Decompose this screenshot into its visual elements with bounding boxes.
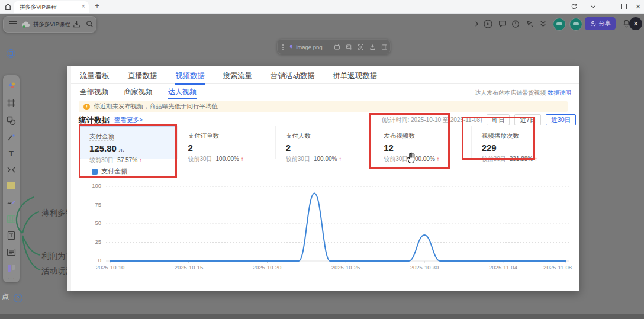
annotation-rect-payment — [79, 124, 177, 178]
shapes-tool-icon[interactable] — [7, 116, 16, 125]
annotation-rect-plays — [462, 117, 535, 160]
list-tool-icon[interactable] — [7, 247, 16, 257]
x-tick: 2025-10-30 — [398, 264, 451, 271]
drag-handle-icon[interactable] — [282, 44, 285, 50]
subtab-influencer-videos[interactable]: 达人视频 — [168, 86, 197, 99]
media-sticker-icon[interactable] — [7, 80, 16, 90]
help-icon[interactable]: ? — [14, 294, 22, 302]
y-tick: 75 — [83, 201, 101, 208]
tab-traffic-board[interactable]: 流量看板 — [80, 69, 110, 83]
payment-line-chart — [67, 66, 579, 291]
tab-marketing-data[interactable]: 营销活动数据 — [271, 69, 315, 83]
notice-bar: ! 你近期未发布视频，商品曝光低于同行平均值 — [79, 101, 568, 112]
refresh-icon[interactable] — [568, 1, 580, 12]
analytics-panel: 流量看板 直播数据 视频数据 搜索流量 营销活动数据 拼单返现数据 全部视频 商… — [67, 66, 579, 291]
tab-video-data[interactable]: 视频数据 — [175, 69, 205, 85]
person-icon — [590, 21, 597, 27]
text-tool-icon[interactable]: T — [7, 149, 16, 159]
card-paid-orders[interactable]: 支付订单数 2 较前30日100.00% ↑ — [177, 126, 275, 159]
kanban-tool-icon[interactable] — [7, 263, 16, 273]
document-tool-icon[interactable] — [7, 231, 16, 240]
panel-left-rail — [67, 66, 71, 291]
double-chevron-down-icon[interactable] — [536, 17, 549, 30]
app-logo-cloud-icon[interactable] — [21, 20, 31, 28]
card-paying-users[interactable]: 支付人数 2 较前30日100.00% ↑ — [275, 126, 373, 159]
subtab-all-videos[interactable]: 全部视频 — [80, 86, 108, 98]
transform-tool-icon[interactable] — [7, 165, 16, 175]
new-tab-button[interactable]: + — [92, 1, 102, 11]
toolbar-divider — [329, 43, 329, 51]
x-tick: 2025-10-15 — [162, 264, 215, 271]
sub-tabs: 全部视频 商家视频 达人视频 — [71, 86, 197, 99]
pen-tool-icon[interactable] — [7, 197, 16, 207]
add-frame-icon[interactable] — [334, 43, 340, 51]
present-play-icon[interactable] — [481, 17, 494, 30]
collaborator-avatar[interactable] — [553, 18, 566, 31]
nav-tabs: 流量看板 直播数据 视频数据 搜索流量 营销活动数据 拼单返现数据 — [71, 69, 579, 84]
payment-series-line — [110, 193, 566, 261]
hand-cursor — [405, 151, 417, 164]
y-tick: 0 — [83, 257, 101, 264]
sticky-note-tool-icon[interactable] — [7, 181, 16, 191]
x-tick: 2025-10-20 — [240, 264, 294, 271]
close-session-button[interactable]: ✕ — [629, 17, 642, 30]
pin-icon[interactable] — [288, 43, 294, 51]
more-tools-button[interactable]: ··· — [7, 275, 16, 284]
tab-title: 拼多多VIP课程 — [20, 4, 57, 11]
x-tick: 2025-10-10 — [83, 264, 137, 271]
image-object-toolbar: image.png — [277, 39, 391, 54]
timer-icon[interactable] — [509, 17, 522, 30]
download-image-icon[interactable] — [369, 43, 376, 51]
y-tick: 100 — [83, 182, 101, 189]
frame-tool-icon[interactable] — [7, 98, 16, 108]
range-30d-button[interactable]: 近30日 — [546, 114, 576, 125]
screen: 拼多多VIP课程 × + ✕ 拼多多VIP课程 — [0, 0, 644, 319]
window-restore-button[interactable] — [618, 1, 630, 12]
y-tick: 50 — [83, 220, 101, 227]
notice-text: 你近期未发布视频，商品曝光低于同行平均值 — [94, 102, 218, 111]
laser-pointer-icon[interactable] — [523, 17, 536, 30]
chevron-down-icon[interactable] — [587, 1, 599, 12]
collaborator-avatar[interactable] — [569, 18, 582, 31]
menu-icon[interactable] — [9, 21, 17, 27]
tab-cashback-data[interactable]: 拼单返现数据 — [333, 69, 377, 83]
board-title: 拼多多VIP课程 — [33, 21, 70, 28]
comment-icon[interactable] — [496, 17, 509, 30]
subtab-note: 达人发布的本店铺带货视频 数据说明 — [475, 89, 571, 97]
table-tool-icon[interactable] — [7, 214, 16, 224]
y-tick: 25 — [83, 239, 101, 246]
board-footer-label: 点 — [2, 292, 9, 302]
replace-image-icon[interactable] — [346, 43, 352, 51]
chart-gridlines — [106, 186, 569, 263]
board-top-toolbar: 拼多多VIP课程 — [3, 16, 96, 33]
window-close-button[interactable]: ✕ — [632, 1, 644, 12]
window-minimize-button[interactable] — [603, 1, 614, 12]
home-icon[interactable] — [4, 2, 12, 11]
tab-close-icon[interactable]: × — [82, 2, 85, 9]
zoom-to-fit-icon[interactable] — [358, 43, 364, 51]
search-icon[interactable] — [85, 20, 95, 29]
connector-tool-icon[interactable] — [7, 133, 16, 143]
image-filename: image.png — [296, 44, 322, 50]
browser-tab[interactable]: 拼多多VIP课程 × — [14, 1, 89, 13]
tab-search-traffic[interactable]: 搜索流量 — [223, 69, 252, 83]
share-label: 分享 — [599, 20, 611, 28]
subtab-merchant-videos[interactable]: 商家视频 — [124, 86, 152, 98]
tab-live-data[interactable]: 直播数据 — [127, 69, 157, 83]
x-tick: 2025-11-08 — [519, 264, 572, 271]
trend-up-icon: ↑ — [339, 156, 342, 162]
board-badge-icon — [7, 49, 15, 58]
warning-icon: ! — [83, 104, 90, 110]
view-more-link[interactable]: 查看更多> — [114, 116, 143, 124]
bottom-strip — [0, 314, 644, 319]
trend-up-icon: ↑ — [241, 156, 244, 162]
browser-tab-bar: 拼多多VIP课程 × + ✕ — [0, 0, 644, 14]
x-tick: 2025-10-25 — [319, 264, 372, 271]
open-side-panel-icon[interactable] — [381, 43, 388, 51]
data-explanation-link[interactable]: 数据说明 — [548, 89, 571, 96]
board-tool-panel: T ··· — [3, 75, 20, 282]
download-icon[interactable] — [72, 20, 82, 29]
share-button[interactable]: 分享 — [585, 17, 616, 30]
